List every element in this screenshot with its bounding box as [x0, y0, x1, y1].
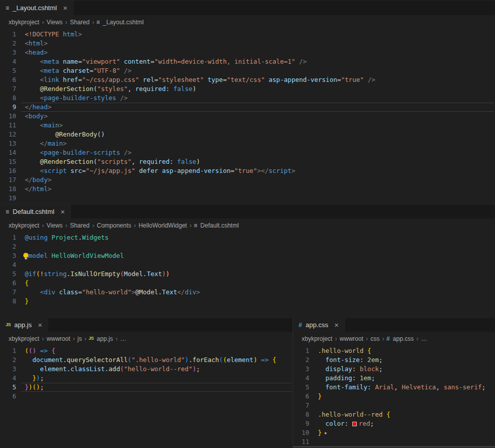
- line-number: 4: [0, 260, 16, 270]
- code-line[interactable]: 3@model HelloWorldViewModel: [0, 251, 495, 260]
- breadcrumb-more[interactable]: …: [421, 335, 428, 342]
- code-line[interactable]: 4 <meta name="viewport" content="width=d…: [0, 57, 495, 66]
- breadcrumb-item[interactable]: Views: [46, 222, 63, 229]
- code-area[interactable]: 1@using Project.Widgets23@model HelloWor…: [0, 232, 495, 318]
- breadcrumb-item[interactable]: HelloWorldWidget: [138, 222, 188, 229]
- code-line[interactable]: 7 <div class="hello-world">@Model.Text</…: [0, 288, 495, 297]
- tab-bar: ≡ _Layout.cshtml ×: [0, 0, 495, 15]
- breadcrumb-item[interactable]: js: [77, 335, 82, 342]
- breadcrumb-file[interactable]: app.js: [96, 335, 113, 342]
- color-swatch[interactable]: [352, 422, 357, 426]
- code-line[interactable]: 6 <link href="~/css/app.css" rel="styles…: [0, 75, 495, 84]
- code-line[interactable]: 8.hello-world--red {: [293, 410, 495, 419]
- code-line[interactable]: 11: [293, 437, 495, 446]
- breadcrumb-more[interactable]: …: [119, 335, 127, 342]
- code-line[interactable]: 1.hello-world {: [293, 346, 495, 355]
- line-number: 9: [0, 103, 16, 112]
- code-line[interactable]: 14 <page-builder-scripts />: [0, 148, 495, 157]
- code-line[interactable]: 10<body>: [0, 112, 495, 121]
- code-line[interactable]: 5 <meta charset="UTF-8" />: [0, 66, 495, 75]
- code-line[interactable]: 8}: [0, 297, 495, 306]
- code-line[interactable]: 3 element.classList.add("hello-world--re…: [0, 365, 293, 374]
- code-line[interactable]: 3<head>: [0, 48, 495, 57]
- line-number: 2: [0, 355, 16, 365]
- breadcrumb-file[interactable]: Default.cshtml: [200, 222, 239, 229]
- breadcrumb-separator: ›: [42, 221, 44, 229]
- code-line[interactable]: 2<html>: [0, 39, 495, 48]
- code-line[interactable]: 5})();: [0, 383, 293, 392]
- code-line[interactable]: 2 document.querySelectorAll(".hello-worl…: [0, 355, 293, 365]
- code-line[interactable]: 4: [0, 260, 495, 270]
- tab-bar: JS app.js ×: [0, 318, 293, 332]
- razor-file-icon: ≡: [6, 5, 9, 11]
- code-area[interactable]: 1(() => {2 document.querySelectorAll(".h…: [0, 345, 293, 448]
- breadcrumb-file[interactable]: app.css: [392, 335, 414, 342]
- breadcrumb-item[interactable]: wwwroot: [46, 335, 71, 342]
- line-number: 4: [0, 57, 16, 66]
- code-line[interactable]: 3 display: block;: [293, 365, 495, 374]
- code-line[interactable]: 5 font-family: Arial, Helvetica, sans-se…: [293, 383, 495, 392]
- tab-label: _Layout.cshtml: [13, 4, 57, 12]
- tab-default-cshtml[interactable]: ≡ Default.cshtml ×: [0, 205, 71, 218]
- code-line[interactable]: 17</body>: [0, 175, 495, 185]
- code-line[interactable]: 9 color: red;: [293, 419, 495, 428]
- code-line[interactable]: 19: [0, 194, 495, 203]
- breadcrumb-file[interactable]: _Layout.cshtml: [102, 19, 144, 26]
- code-line[interactable]: 2 font-size: 2em;: [293, 355, 495, 365]
- line-number: 6: [293, 392, 309, 401]
- code-line[interactable]: 5@if(!string.IsNullOrEmpty(Model.Text)): [0, 270, 495, 279]
- code-line[interactable]: 12 @RenderBody(): [0, 130, 495, 139]
- breadcrumb-item[interactable]: Views: [46, 19, 63, 26]
- breadcrumb-item[interactable]: xbykproject: [301, 335, 333, 342]
- breadcrumb-item[interactable]: Shared: [69, 222, 90, 229]
- code-line[interactable]: 7: [293, 401, 495, 410]
- code-line[interactable]: 9</head>: [0, 103, 495, 112]
- breadcrumb-item[interactable]: Components: [96, 222, 132, 229]
- code-line[interactable]: 11 <main>: [0, 121, 495, 130]
- vscode-workbench: ≡ _Layout.cshtml × xbykproject›Views›Sha…: [0, 0, 495, 448]
- close-icon[interactable]: ×: [335, 321, 339, 329]
- tab-app-css[interactable]: # app.css ×: [293, 318, 345, 332]
- code-line[interactable]: 6{: [0, 279, 495, 288]
- close-icon[interactable]: ×: [60, 208, 65, 215]
- breadcrumb-separator: ›: [115, 335, 117, 342]
- code-line[interactable]: 1(() => {: [0, 346, 293, 355]
- breadcrumb-separator: ›: [134, 221, 136, 229]
- line-number: 11: [0, 121, 16, 130]
- code-line[interactable]: 15 @RenderSection("scripts", required: f…: [0, 157, 495, 166]
- code-line[interactable]: 8 <page-builder-styles />: [0, 94, 495, 103]
- breadcrumb-separator: ›: [416, 335, 418, 342]
- code-line[interactable]: 10}✦: [293, 428, 495, 437]
- breadcrumb: xbykproject›wwwroot›css›#app.css›…: [293, 332, 495, 345]
- breadcrumb-item[interactable]: xbykproject: [8, 19, 40, 26]
- code-line[interactable]: 13 </main>: [0, 139, 495, 148]
- breadcrumb-item[interactable]: Shared: [69, 19, 90, 26]
- breadcrumb-separator: ›: [189, 221, 191, 229]
- lightbulb-icon[interactable]: [23, 253, 28, 258]
- breadcrumb-separator: ›: [382, 335, 384, 342]
- line-number: 5: [0, 383, 16, 392]
- code-line[interactable]: 1@using Project.Widgets: [0, 233, 495, 242]
- code-line[interactable]: 4 padding: 1em;: [293, 374, 495, 383]
- tab-layout-cshtml[interactable]: ≡ _Layout.cshtml ×: [0, 1, 73, 15]
- breadcrumb-item[interactable]: wwwroot: [339, 335, 364, 342]
- breadcrumb-separator: ›: [73, 335, 75, 342]
- breadcrumb-item[interactable]: xbykproject: [8, 335, 40, 342]
- code-line[interactable]: 6}: [293, 392, 495, 401]
- code-area[interactable]: 1.hello-world {2 font-size: 2em;3 displa…: [293, 345, 495, 448]
- code-line[interactable]: 6: [0, 392, 293, 401]
- code-line[interactable]: 4 });: [0, 374, 293, 383]
- breadcrumb-item[interactable]: xbykproject: [8, 222, 40, 229]
- code-line[interactable]: 2: [0, 242, 495, 251]
- code-area[interactable]: 1<!DOCTYPE html>2<html>3<head>4 <meta na…: [0, 29, 495, 204]
- tab-app-js[interactable]: JS app.js ×: [0, 318, 48, 332]
- code-line[interactable]: 16 <script src="~/js/app.js" defer asp-a…: [0, 166, 495, 175]
- line-number: 16: [0, 166, 16, 175]
- line-number: 6: [0, 279, 16, 288]
- breadcrumb-item[interactable]: css: [370, 335, 380, 342]
- code-line[interactable]: 18</html>: [0, 185, 495, 194]
- close-icon[interactable]: ×: [38, 321, 43, 329]
- code-line[interactable]: 7 @RenderSection("styles", required: fal…: [0, 84, 495, 94]
- code-line[interactable]: 1<!DOCTYPE html>: [0, 30, 495, 39]
- close-icon[interactable]: ×: [63, 4, 67, 12]
